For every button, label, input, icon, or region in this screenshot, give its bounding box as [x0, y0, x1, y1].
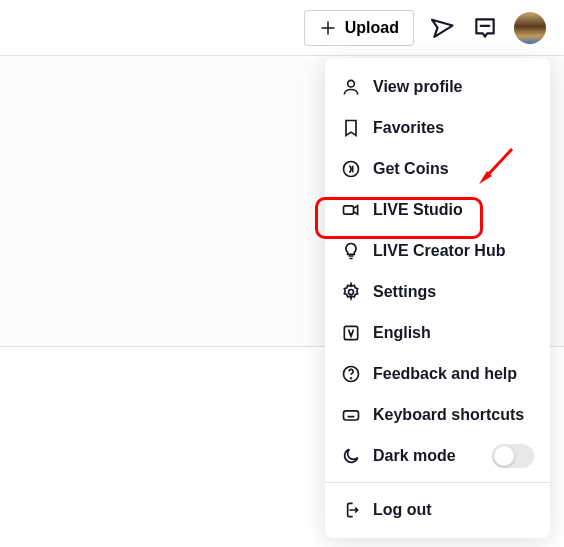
inbox-icon[interactable]	[472, 15, 498, 41]
menu-item-feedback[interactable]: Feedback and help	[325, 353, 550, 394]
svg-point-6	[351, 377, 352, 378]
lightbulb-icon	[341, 241, 361, 261]
moon-icon	[341, 446, 361, 466]
upload-button[interactable]: Upload	[304, 10, 414, 46]
menu-item-keyboard-shortcuts[interactable]: Keyboard shortcuts	[325, 394, 550, 435]
menu-item-label: View profile	[373, 78, 534, 96]
gear-icon	[341, 282, 361, 302]
menu-item-view-profile[interactable]: View profile	[325, 66, 550, 107]
keyboard-icon	[341, 405, 361, 425]
menu-separator	[325, 482, 550, 483]
bookmark-icon	[341, 118, 361, 138]
menu-item-label: Dark mode	[373, 447, 480, 465]
menu-item-label: English	[373, 324, 534, 342]
question-icon	[341, 364, 361, 384]
svg-point-0	[348, 80, 355, 87]
svg-rect-7	[344, 410, 359, 419]
menu-item-favorites[interactable]: Favorites	[325, 107, 550, 148]
menu-item-logout[interactable]: Log out	[325, 489, 550, 530]
dark-mode-toggle[interactable]	[492, 444, 534, 468]
menu-item-label: Feedback and help	[373, 365, 534, 383]
menu-item-settings[interactable]: Settings	[325, 271, 550, 312]
menu-item-label: LIVE Studio	[373, 201, 534, 219]
menu-item-label: Keyboard shortcuts	[373, 406, 534, 424]
menu-item-live-creator-hub[interactable]: LIVE Creator Hub	[325, 230, 550, 271]
upload-button-label: Upload	[345, 19, 399, 37]
menu-item-dark-mode[interactable]: Dark mode	[325, 435, 550, 476]
video-camera-icon	[341, 200, 361, 220]
svg-point-3	[349, 289, 354, 294]
menu-item-label: Get Coins	[373, 160, 534, 178]
language-icon	[341, 323, 361, 343]
menu-item-label: LIVE Creator Hub	[373, 242, 534, 260]
menu-item-label: Log out	[373, 501, 534, 519]
menu-item-label: Settings	[373, 283, 534, 301]
menu-item-live-studio[interactable]: LIVE Studio	[325, 189, 550, 230]
plus-icon	[319, 19, 337, 37]
svg-rect-2	[344, 205, 354, 213]
menu-item-label: Favorites	[373, 119, 534, 137]
logout-icon	[341, 500, 361, 520]
avatar[interactable]	[514, 12, 546, 44]
top-bar: Upload	[0, 0, 564, 56]
menu-item-get-coins[interactable]: Get Coins	[325, 148, 550, 189]
menu-item-language[interactable]: English	[325, 312, 550, 353]
person-icon	[341, 77, 361, 97]
coin-icon	[341, 159, 361, 179]
messages-icon[interactable]	[430, 15, 456, 41]
profile-dropdown: View profile Favorites Get Coins LIVE St…	[325, 58, 550, 538]
